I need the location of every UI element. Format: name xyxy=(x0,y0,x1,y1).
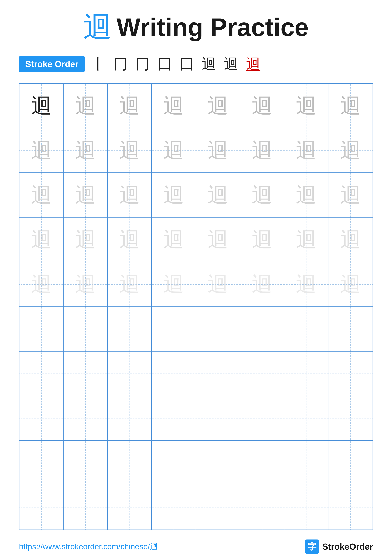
grid-cell[interactable]: 迴 xyxy=(108,128,152,172)
grid-cell[interactable]: 迴 xyxy=(196,173,240,217)
grid-cell[interactable]: 迴 xyxy=(240,128,284,172)
grid-cell[interactable]: 迴 xyxy=(284,128,328,172)
grid-cell[interactable]: 迴 xyxy=(328,218,372,262)
grid-cell[interactable] xyxy=(196,441,240,485)
grid-cell[interactable] xyxy=(20,485,64,530)
grid-cell[interactable]: 迴 xyxy=(328,128,372,172)
stroke-step-3: 冂 xyxy=(135,54,150,74)
grid-cell[interactable]: 迴 xyxy=(64,262,108,307)
grid-cell[interactable] xyxy=(196,351,240,396)
grid-cell[interactable] xyxy=(152,485,196,530)
grid-cell[interactable]: 迴 xyxy=(20,128,64,172)
stroke-sequence: 丨 冂 冂 囗 囗 迴 迴 迴 xyxy=(91,54,260,74)
grid-cell[interactable]: 迴 xyxy=(328,173,372,217)
grid-cell[interactable]: 迴 xyxy=(240,218,284,262)
stroke-step-2: 冂 xyxy=(113,54,128,74)
grid-row-10 xyxy=(20,485,372,530)
grid-cell[interactable] xyxy=(240,485,284,530)
grid-cell[interactable]: 迴 xyxy=(20,173,64,217)
grid-cell[interactable]: 迴 xyxy=(196,128,240,172)
grid-cell[interactable] xyxy=(20,307,64,351)
grid-cell[interactable]: 迴 xyxy=(64,128,108,172)
grid-cell[interactable] xyxy=(152,396,196,440)
grid-cell[interactable] xyxy=(64,485,108,530)
grid-cell[interactable] xyxy=(284,307,328,351)
grid-cell[interactable] xyxy=(152,441,196,485)
grid-cell[interactable]: 迴 xyxy=(20,84,64,128)
grid-cell[interactable] xyxy=(328,396,372,440)
practice-char: 迴 xyxy=(163,185,184,205)
grid-cell[interactable]: 迴 xyxy=(152,173,196,217)
grid-cell[interactable]: 迴 xyxy=(108,262,152,307)
grid-cell[interactable] xyxy=(284,441,328,485)
footer-url[interactable]: https://www.strokeorder.com/chinese/迴 xyxy=(19,541,158,552)
grid-cell[interactable] xyxy=(328,351,372,396)
grid-cell[interactable]: 迴 xyxy=(196,84,240,128)
grid-cell[interactable]: 迴 xyxy=(152,84,196,128)
grid-cell[interactable]: 迴 xyxy=(64,84,108,128)
grid-cell[interactable]: 迴 xyxy=(20,262,64,307)
stroke-order-section: Stroke Order 丨 冂 冂 囗 囗 迴 迴 迴 xyxy=(19,54,373,74)
grid-cell[interactable] xyxy=(20,351,64,396)
grid-cell[interactable] xyxy=(108,485,152,530)
grid-cell[interactable] xyxy=(64,396,108,440)
grid-cell[interactable]: 迴 xyxy=(64,218,108,262)
grid-cell[interactable] xyxy=(108,441,152,485)
grid-cell[interactable] xyxy=(108,396,152,440)
grid-cell[interactable] xyxy=(240,396,284,440)
grid-cell[interactable]: 迴 xyxy=(20,218,64,262)
grid-cell[interactable]: 迴 xyxy=(284,173,328,217)
grid-cell[interactable]: 迴 xyxy=(328,262,372,307)
grid-cell[interactable] xyxy=(328,441,372,485)
grid-cell[interactable]: 迴 xyxy=(108,173,152,217)
grid-cell[interactable]: 迴 xyxy=(328,84,372,128)
grid-cell[interactable] xyxy=(240,351,284,396)
practice-char: 迴 xyxy=(252,140,272,161)
grid-cell[interactable]: 迴 xyxy=(284,218,328,262)
grid-cell[interactable]: 迴 xyxy=(152,262,196,307)
grid-cell[interactable]: 迴 xyxy=(284,84,328,128)
grid-cell[interactable] xyxy=(328,307,372,351)
practice-char: 迴 xyxy=(75,185,96,205)
grid-cell[interactable]: 迴 xyxy=(152,218,196,262)
page: 迴 Writing Practice Stroke Order 丨 冂 冂 囗 … xyxy=(0,0,392,555)
grid-cell[interactable]: 迴 xyxy=(240,84,284,128)
practice-char: 迴 xyxy=(119,140,140,161)
stroke-step-8: 迴 xyxy=(246,54,260,74)
grid-cell[interactable] xyxy=(196,485,240,530)
grid-cell[interactable]: 迴 xyxy=(196,218,240,262)
grid-cell[interactable]: 迴 xyxy=(152,128,196,172)
grid-cell[interactable] xyxy=(284,351,328,396)
practice-char: 迴 xyxy=(208,185,228,205)
grid-cell[interactable] xyxy=(196,396,240,440)
grid-cell[interactable] xyxy=(284,485,328,530)
grid-cell[interactable] xyxy=(64,307,108,351)
grid-cell[interactable]: 迴 xyxy=(240,173,284,217)
grid-cell[interactable] xyxy=(284,396,328,440)
grid-cell[interactable]: 迴 xyxy=(196,262,240,307)
grid-cell[interactable]: 迴 xyxy=(64,173,108,217)
grid-cell[interactable] xyxy=(196,307,240,351)
grid-cell[interactable] xyxy=(152,351,196,396)
grid-cell[interactable]: 迴 xyxy=(284,262,328,307)
practice-char: 迴 xyxy=(340,274,361,295)
grid-cell[interactable] xyxy=(152,307,196,351)
title-character: 迴 xyxy=(83,13,112,41)
grid-cell[interactable] xyxy=(108,307,152,351)
grid-cell[interactable] xyxy=(240,441,284,485)
grid-cell[interactable] xyxy=(64,441,108,485)
grid-cell[interactable]: 迴 xyxy=(240,262,284,307)
practice-char: 迴 xyxy=(119,274,140,295)
grid-cell[interactable] xyxy=(20,441,64,485)
grid-cell[interactable] xyxy=(328,485,372,530)
grid-cell[interactable] xyxy=(108,351,152,396)
grid-cell[interactable]: 迴 xyxy=(108,218,152,262)
practice-char: 迴 xyxy=(208,95,228,116)
grid-cell[interactable] xyxy=(240,307,284,351)
grid-cell[interactable]: 迴 xyxy=(108,84,152,128)
grid-cell[interactable] xyxy=(64,351,108,396)
practice-char: 迴 xyxy=(119,229,140,250)
practice-char: 迴 xyxy=(75,140,96,161)
grid-cell[interactable] xyxy=(20,396,64,440)
stroke-order-badge: Stroke Order xyxy=(19,56,85,72)
